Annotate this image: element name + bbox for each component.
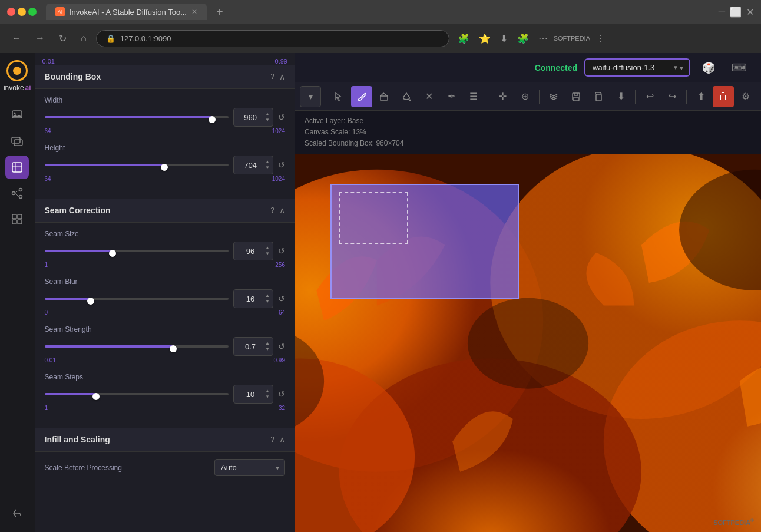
infill-scaling-help-icon[interactable]: ?	[270, 435, 274, 444]
sidebar-btn-txt2img[interactable]	[5, 104, 29, 127]
width-decrement[interactable]: ▼	[264, 117, 270, 123]
model-info-button[interactable]: 🎲	[697, 59, 720, 77]
width-number-input[interactable]: 960 ▲ ▼	[233, 108, 273, 127]
copy-button[interactable]	[588, 86, 609, 107]
tab-close-button[interactable]: ✕	[191, 8, 197, 16]
address-bar[interactable]: 🔒 127.0.0.1:9090	[96, 30, 449, 47]
seam-steps-slider[interactable]	[45, 388, 229, 400]
seam-size-spinner[interactable]: ▲ ▼	[264, 245, 270, 257]
seam-correction-help-icon[interactable]: ?	[270, 206, 274, 214]
forward-button[interactable]: →	[31, 31, 49, 46]
seam-blur-decrement[interactable]: ▼	[264, 299, 270, 305]
seam-size-slider[interactable]	[45, 245, 229, 257]
seam-strength-thumb[interactable]	[170, 345, 177, 352]
sidebar-btn-back[interactable]	[5, 501, 29, 525]
save-button[interactable]	[565, 86, 587, 107]
seam-correction-header[interactable]: Seam Correction ? ∧	[35, 199, 295, 223]
width-slider[interactable]	[45, 111, 229, 123]
redo-button[interactable]: ↪	[661, 86, 683, 107]
seam-steps-thumb[interactable]	[92, 393, 100, 400]
reload-button[interactable]: ↻	[54, 31, 71, 47]
settings-button[interactable]: ⚙	[735, 86, 756, 107]
seam-size-number-input[interactable]: 96 ▲ ▼	[233, 242, 273, 260]
minimize-icon[interactable]: ─	[719, 6, 725, 18]
scale-before-select[interactable]: Auto None 2x 4x	[214, 459, 285, 476]
height-decrement[interactable]: ▼	[264, 165, 270, 171]
restore-icon[interactable]: ⬜	[730, 6, 742, 18]
seam-strength-spinner[interactable]: ▲ ▼	[264, 341, 270, 352]
select-tool-button[interactable]	[329, 86, 350, 107]
canvas-viewport[interactable]: SOFTPEDIA®	[295, 154, 761, 532]
width-reset-button[interactable]: ↺	[278, 113, 285, 122]
zoom-fit-button[interactable]: ⊕	[514, 86, 535, 107]
infill-scaling-header[interactable]: Infill and Scaling ? ∧	[35, 428, 295, 452]
seam-strength-slider[interactable]	[45, 341, 229, 352]
seam-strength-increment[interactable]: ▲	[264, 341, 270, 346]
brush-tool-button[interactable]	[351, 86, 372, 107]
seam-correction-collapse-icon[interactable]: ∧	[279, 206, 285, 215]
seam-steps-reset-button[interactable]: ↺	[278, 389, 285, 399]
seam-strength-reset-button[interactable]: ↺	[278, 342, 285, 351]
extension-btn-5[interactable]: ⋯	[535, 31, 551, 47]
home-button[interactable]: ⌂	[76, 31, 91, 46]
seam-blur-number-input[interactable]: 16 ▲ ▼	[233, 289, 273, 308]
delete-button[interactable]: 🗑	[713, 86, 734, 107]
sidebar-btn-img2img[interactable]	[5, 130, 29, 153]
bounding-box-collapse-icon[interactable]: ∧	[279, 72, 285, 81]
close-window-button[interactable]	[7, 8, 15, 16]
bounding-box-header[interactable]: Bounding Box ? ∧	[35, 65, 295, 89]
sidebar-btn-unified-canvas[interactable]	[5, 156, 29, 179]
width-increment[interactable]: ▲	[264, 111, 270, 117]
height-slider[interactable]	[45, 159, 229, 171]
seam-size-reset-button[interactable]: ↺	[278, 246, 285, 256]
maximize-window-button[interactable]	[28, 8, 37, 16]
seam-strength-number-input[interactable]: 0.7 ▲ ▼	[233, 337, 273, 356]
height-number-input[interactable]: 704 ▲ ▼	[233, 156, 273, 174]
minimize-window-button[interactable]	[18, 8, 26, 16]
keyboard-shortcut-button[interactable]: ⌨	[727, 59, 752, 77]
pen-tool-button[interactable]: ✒	[441, 86, 462, 107]
seam-steps-spinner[interactable]: ▲ ▼	[264, 388, 270, 400]
back-button[interactable]: ←	[7, 31, 26, 46]
infill-scaling-collapse-icon[interactable]: ∧	[279, 435, 285, 444]
height-spinner[interactable]: ▲ ▼	[264, 159, 270, 171]
close-icon[interactable]: ✕	[746, 6, 754, 18]
width-slider-thumb[interactable]	[209, 116, 216, 123]
bucket-fill-button[interactable]	[396, 86, 417, 107]
seam-strength-decrement[interactable]: ▼	[264, 346, 270, 352]
new-tab-button[interactable]: +	[211, 5, 228, 19]
seam-steps-decrement[interactable]: ▼	[264, 394, 270, 400]
seam-size-decrement[interactable]: ▼	[264, 251, 270, 257]
upload-button[interactable]: ⬆	[690, 86, 712, 107]
browser-tab[interactable]: AI InvokeAI - A Stable Diffusion Too... …	[46, 4, 207, 20]
extension-btn-2[interactable]: ⭐	[475, 31, 494, 47]
seam-blur-increment[interactable]: ▲	[264, 293, 270, 299]
extension-btn-3[interactable]: ⬇	[497, 31, 511, 47]
seam-size-thumb[interactable]	[109, 250, 116, 257]
tool-dropdown-button[interactable]: ▾	[300, 86, 321, 107]
height-increment[interactable]: ▲	[264, 159, 270, 165]
grid-button[interactable]: ☰	[463, 86, 484, 107]
seam-size-increment[interactable]: ▲	[264, 245, 270, 251]
seam-blur-thumb[interactable]	[87, 298, 94, 305]
browser-menu-button[interactable]: ⋮	[593, 31, 609, 47]
width-spinner[interactable]: ▲ ▼	[264, 111, 270, 123]
extension-btn-1[interactable]: 🧩	[454, 31, 473, 47]
sidebar-btn-gallery[interactable]	[5, 207, 29, 231]
cancel-tool-button[interactable]: ✕	[418, 86, 439, 107]
seam-blur-slider[interactable]	[45, 293, 229, 305]
undo-button[interactable]: ↩	[639, 86, 660, 107]
model-selector[interactable]: waifu-diffusion-1.3	[584, 58, 690, 77]
seam-blur-spinner[interactable]: ▲ ▼	[264, 293, 270, 305]
move-tool-button[interactable]: ✛	[492, 86, 513, 107]
eraser-tool-button[interactable]	[373, 86, 395, 107]
seam-steps-number-input[interactable]: 10 ▲ ▼	[233, 385, 273, 404]
sidebar-btn-nodes[interactable]	[5, 181, 29, 205]
height-reset-button[interactable]: ↺	[278, 160, 285, 170]
layer-button[interactable]	[543, 86, 564, 107]
seam-steps-increment[interactable]: ▲	[264, 388, 270, 394]
download-button[interactable]: ⬇	[610, 86, 631, 107]
seam-blur-reset-button[interactable]: ↺	[278, 294, 285, 303]
height-slider-thumb[interactable]	[161, 164, 168, 171]
bounding-box-help-icon[interactable]: ?	[270, 72, 274, 81]
